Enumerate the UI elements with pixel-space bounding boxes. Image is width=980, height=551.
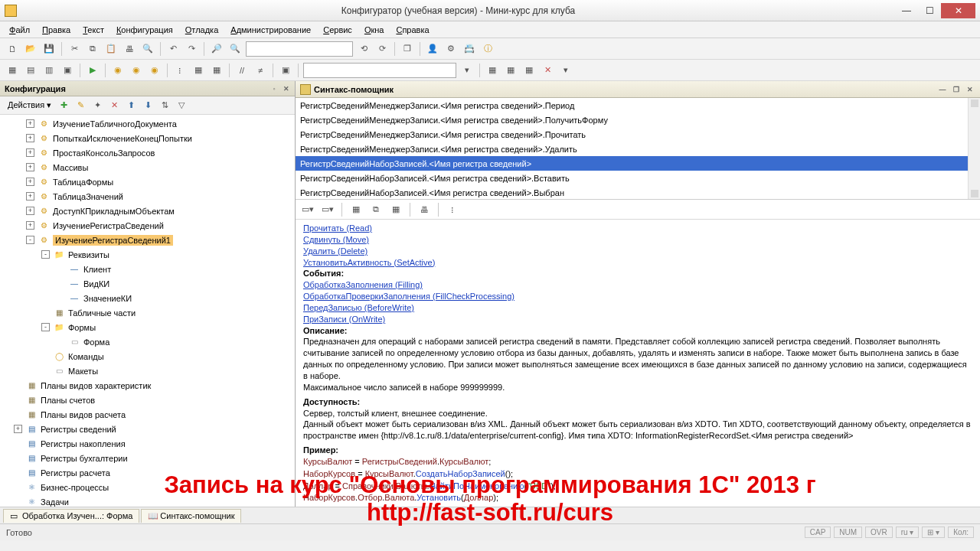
next-icon[interactable]: › (962, 506, 965, 507)
event-link[interactable]: ПриЗаписи (OnWrite) (303, 315, 385, 324)
menu-отладка[interactable]: Отладка (182, 24, 222, 36)
help-icon[interactable]: ⓘ (480, 41, 495, 57)
panel-close-icon[interactable]: ✕ (281, 83, 292, 94)
tree-item[interactable]: +⚙ТаблицаФормы (0, 174, 295, 189)
syntax-close-icon[interactable]: ✕ (965, 84, 975, 95)
globe3-icon[interactable]: ◉ (147, 63, 162, 78)
search-icon[interactable]: 🔍 (227, 41, 243, 57)
dropdown2-icon[interactable]: ▾ (558, 63, 573, 78)
method-link[interactable]: Сдвинуть (Move) (303, 235, 369, 244)
group-icon[interactable]: ▣ (278, 63, 293, 78)
tree-item[interactable]: ⚛Задачи (0, 494, 295, 507)
filter-icon[interactable]: ▽ (174, 98, 189, 113)
debug-icon[interactable]: 👤 (425, 41, 440, 57)
tree-item[interactable]: ⚛Бизнес-процессы (0, 480, 295, 494)
tb2-icon-8[interactable]: ▦ (503, 63, 518, 78)
tree-item[interactable]: ▤Регистры расчета (0, 465, 295, 480)
paste-icon[interactable]: 📋 (103, 41, 119, 57)
config-tree[interactable]: +⚙ИзучениеТабличногоДокумента+⚙ПопыткаИс… (0, 115, 295, 507)
tree-item[interactable]: +⚙ПопыткаИсключениеКонецПопытки (0, 131, 295, 145)
tree-item[interactable]: +⚙ПростаяКонсольЗапросов (0, 145, 295, 160)
config-icon[interactable]: ⚙ (443, 41, 459, 57)
tree-item[interactable]: +⚙Массивы (0, 160, 295, 174)
nav-item[interactable]: РегистрСведенийМенеджерЗаписи.<Имя регис… (296, 112, 980, 127)
redo-icon[interactable]: ↷ (184, 41, 199, 57)
tab[interactable]: 📖Синтакс-помощник (141, 509, 241, 523)
preview-icon[interactable]: 🔍 (140, 41, 155, 57)
tree-item[interactable]: ▦Планы счетов (0, 393, 295, 407)
event-link[interactable]: ПередЗаписью (BeforeWrite) (303, 303, 414, 312)
tree-item[interactable]: ▭Макеты (0, 364, 295, 378)
refresh-icon[interactable]: ⟲ (356, 41, 371, 57)
ht-nav-icon[interactable]: ▦ (348, 202, 364, 217)
edit-icon[interactable]: ✎ (73, 98, 88, 113)
tree-item[interactable]: ◯Команды (0, 349, 295, 364)
uncomment-icon[interactable]: ≠ (253, 63, 268, 78)
event-link[interactable]: ОбработкаПроверкиЗаполнения (FillCheckPr… (303, 292, 514, 301)
ht-print-icon[interactable]: 🖶 (416, 202, 432, 217)
down-icon[interactable]: ⬇ (140, 98, 155, 113)
syntax-nav-list[interactable]: РегистрСведенийМенеджерЗаписи.<Имя регис… (296, 98, 980, 200)
copy-icon[interactable]: ⧉ (85, 41, 100, 57)
tree-item[interactable]: —ВидКИ (0, 276, 295, 291)
tree-item[interactable]: ▤Регистры бухгалтерии (0, 451, 295, 465)
nav-item[interactable]: РегистрСведенийМенеджерЗаписи.<Имя регис… (296, 127, 980, 142)
tree-item[interactable]: ▦Планы видов расчета (0, 407, 295, 422)
close-button[interactable]: ✕ (941, 3, 975, 18)
run-icon[interactable]: ▶ (85, 63, 100, 78)
tb2-icon-3[interactable]: ▥ (41, 63, 57, 78)
wand-icon[interactable]: ✦ (90, 98, 105, 113)
globe2-icon[interactable]: ◉ (129, 63, 144, 78)
tree-item[interactable]: —Клиент (0, 262, 295, 276)
nav-item[interactable]: РегистрСведенийНаборЗаписей.<Имя регистр… (296, 171, 980, 185)
syntax-restore-icon[interactable]: ❐ (951, 84, 962, 95)
tb2-icon-9[interactable]: ▦ (521, 63, 537, 78)
method-link[interactable]: УстановитьАктивность (SetActive) (303, 258, 435, 267)
menu-сервис[interactable]: Сервис (320, 24, 355, 36)
menu-администрирование[interactable]: Администрирование (227, 24, 314, 36)
tb2-icon-4[interactable]: ▣ (60, 63, 75, 78)
add-icon[interactable]: ✚ (56, 98, 71, 113)
goto-icon[interactable]: ⟳ (374, 41, 390, 57)
menu-текст[interactable]: Текст (80, 24, 107, 36)
tree-item[interactable]: -📁Формы (0, 320, 295, 334)
prev-icon[interactable]: ‹ (311, 506, 314, 507)
tree-item[interactable]: +⚙ИзучениеТабличногоДокумента (0, 116, 295, 131)
actions-menu[interactable]: Действия ▾ (5, 99, 54, 112)
proc-combo[interactable] (303, 63, 456, 78)
search-input[interactable] (246, 41, 353, 57)
scrollbar[interactable] (968, 98, 980, 199)
div-icon[interactable]: ⫶ (172, 63, 188, 78)
tree-item[interactable]: +▤Регистры сведений (0, 422, 295, 436)
syntax-min-icon[interactable]: — (937, 84, 948, 95)
tree-item[interactable]: ▦Планы видов характеристик (0, 378, 295, 393)
close-red-icon[interactable]: ✕ (540, 63, 555, 78)
open-icon[interactable]: 📂 (23, 41, 38, 57)
tree-item[interactable]: ▤Регистры накопления (0, 436, 295, 451)
save-icon[interactable]: 💾 (41, 41, 57, 57)
ht-icon-2[interactable]: ▭▾ (320, 202, 335, 217)
calc-icon[interactable]: 📇 (462, 41, 477, 57)
tab[interactable]: ▭Обработка Изучен...: Форма (3, 509, 139, 523)
tree-item[interactable]: —ЗначениеКИ (0, 291, 295, 305)
tree-item[interactable]: +⚙ТаблицаЗначений (0, 189, 295, 204)
dropdown-icon[interactable]: ▾ (459, 63, 475, 78)
method-link[interactable]: Удалить (Delete) (303, 246, 368, 256)
maximize-button[interactable]: ☐ (918, 3, 941, 18)
cut-icon[interactable]: ✂ (67, 41, 82, 57)
tree-item[interactable]: +⚙ИзучениеРегистраСведений (0, 218, 295, 233)
comment-icon[interactable]: // (234, 63, 250, 78)
find-icon[interactable]: 🔎 (209, 41, 224, 57)
tree-item[interactable]: ▭Форма (0, 334, 295, 349)
undo-icon[interactable]: ↶ (165, 41, 181, 57)
minimize-button[interactable]: — (895, 3, 918, 18)
tb2-icon-2[interactable]: ▤ (23, 63, 38, 78)
help-body[interactable]: Прочитать (Read)Сдвинуть (Move)Удалить (… (296, 220, 980, 507)
event-link[interactable]: ОбработкаЗаполнения (Filling) (303, 280, 423, 289)
tb2-icon-7[interactable]: ▦ (485, 63, 500, 78)
nav-item[interactable]: РегистрСведенийМенеджерЗаписи.<Имя регис… (296, 98, 980, 112)
tree-item[interactable]: ▦Табличные части (0, 305, 295, 320)
tb2-icon-5[interactable]: ▦ (191, 63, 206, 78)
ht-paste-icon[interactable]: ▦ (388, 202, 403, 217)
new-icon[interactable]: 🗋 (5, 41, 20, 57)
